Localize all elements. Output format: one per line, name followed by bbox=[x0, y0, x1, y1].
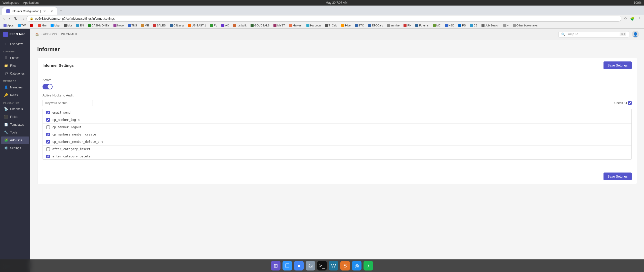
bookmark-item[interactable]: CB bbox=[468, 23, 479, 27]
bookmark-item[interactable]: Job Search bbox=[480, 23, 501, 27]
sidebar-item-fields[interactable]: ⬛ Fields bbox=[1, 113, 29, 120]
sidebar-item-members[interactable]: 👤 Members bbox=[1, 84, 29, 91]
applications-menu[interactable]: Applications bbox=[23, 1, 39, 5]
bookmark-item[interactable]: ETC bbox=[353, 23, 366, 27]
sidebar-item-roles[interactable]: 🔑 Roles bbox=[1, 91, 29, 99]
check-all-checkbox[interactable] bbox=[628, 101, 632, 105]
hook-checkbox[interactable] bbox=[46, 147, 50, 151]
bookmark-label: Harpoon bbox=[310, 24, 321, 27]
sidebar-item-label: Roles bbox=[10, 93, 18, 97]
bookmark-item[interactable]: Harpoon bbox=[305, 23, 322, 27]
sidebar-item-tools[interactable]: 🔧 Tools bbox=[1, 129, 29, 136]
bookmark-item[interactable]: ETCCalc bbox=[367, 23, 384, 27]
bookmark-item[interactable]: EN bbox=[75, 23, 85, 27]
bookmark-item[interactable]: SALES bbox=[151, 23, 167, 27]
bookmark-item[interactable]: ME bbox=[140, 23, 151, 27]
bookmark-item[interactable]: Gm bbox=[37, 23, 48, 27]
sidebar-item-addons[interactable]: 🧩 Add-Ons bbox=[1, 137, 29, 144]
save-settings-button-bottom[interactable]: Save Settings bbox=[603, 173, 632, 180]
bookmark-item[interactable]: Hive bbox=[340, 23, 352, 27]
bookmark-item[interactable]: TNS bbox=[126, 23, 139, 27]
sidebar-item-overview[interactable]: ⊞ Overview bbox=[1, 40, 29, 48]
hook-item: cp_members_member_create bbox=[43, 131, 631, 138]
menu-button[interactable]: ⋮ bbox=[636, 16, 642, 21]
sidebar-item-templates[interactable]: 📄 Templates bbox=[1, 121, 29, 128]
new-tab-button[interactable]: + bbox=[58, 8, 64, 14]
bookmark-item[interactable]: T_Calc bbox=[323, 23, 339, 27]
bookmark-item[interactable]: MC bbox=[431, 23, 442, 27]
forward-button[interactable]: › bbox=[7, 16, 11, 21]
workspaces-menu[interactable]: Workspaces bbox=[3, 1, 19, 5]
home-button[interactable]: ⌂ bbox=[20, 16, 25, 21]
bookmark-item[interactable]: Forums bbox=[414, 23, 430, 27]
sidebar-item-categories[interactable]: 🏷 Categories bbox=[1, 70, 29, 77]
bookmark-item[interactable]: rustbuilt bbox=[231, 23, 248, 27]
bookmark-favicon bbox=[221, 24, 224, 27]
save-settings-button-top[interactable]: Save Settings bbox=[603, 61, 632, 69]
sidebar-item-channels[interactable]: 📡 Channels bbox=[1, 105, 29, 113]
main-content: 🏠 › ADD-ONS › INFORMER 🔍 ⌘J 👤 Informer bbox=[30, 29, 644, 272]
bookmark-item[interactable]: archive bbox=[385, 23, 401, 27]
grid-app[interactable]: ⊞ bbox=[271, 261, 280, 270]
hook-checkbox[interactable] bbox=[46, 118, 50, 122]
jump-to-bar[interactable]: 🔍 ⌘J bbox=[558, 31, 629, 38]
bookmark-item[interactable]: CASHMONEY bbox=[86, 23, 111, 27]
user-avatar[interactable]: 👤 bbox=[632, 31, 639, 38]
hook-checkbox[interactable] bbox=[46, 125, 50, 129]
hook-checkbox[interactable] bbox=[46, 140, 50, 144]
settings-card-title: Informer Settings bbox=[43, 63, 74, 67]
sidebar-item-label: Overview bbox=[10, 42, 23, 46]
sidebar-item-entries[interactable]: ☰ Entries bbox=[1, 54, 29, 61]
bookmark-item[interactable]: H&D bbox=[443, 23, 456, 27]
bookmark-item[interactable]: FV bbox=[209, 23, 219, 27]
bookmark-item[interactable]: GOVDEALS bbox=[249, 23, 271, 27]
files-manager[interactable]: 🗂 bbox=[306, 261, 315, 270]
bookmark-item[interactable]: I bbox=[28, 23, 36, 27]
bookmark-item[interactable]: » bbox=[502, 23, 510, 27]
bookmark-item[interactable]: AC bbox=[220, 23, 230, 27]
bookmark-item[interactable]: Msg bbox=[49, 23, 61, 27]
toggle-knob bbox=[48, 84, 52, 89]
sidebar-item-files[interactable]: 📁 Files bbox=[1, 62, 29, 69]
breadcrumb-home-icon[interactable]: 🏠 bbox=[35, 32, 39, 36]
bookmark-favicon bbox=[113, 24, 116, 27]
bookmark-item[interactable]: TW bbox=[16, 23, 27, 27]
sidebar-item-settings[interactable]: ⚙️ Settings bbox=[1, 144, 29, 152]
extensions-button[interactable]: 🧩 bbox=[629, 16, 635, 21]
sidebar-item-label: Categories bbox=[10, 72, 25, 75]
active-toggle[interactable] bbox=[43, 84, 53, 89]
bookmark-item[interactable]: MYST bbox=[272, 23, 287, 27]
wordpress[interactable]: W bbox=[329, 261, 338, 270]
back-button[interactable]: ‹ bbox=[2, 16, 6, 21]
sidebar-logo: EE6.3 Test bbox=[0, 29, 30, 40]
tab-close-button[interactable]: × bbox=[51, 9, 53, 13]
bookmark-item[interactable]: C9Lemp bbox=[168, 23, 186, 27]
star-button[interactable]: ☆ bbox=[623, 16, 628, 21]
reload-button[interactable]: ↻ bbox=[13, 16, 19, 22]
keyword-search-input[interactable] bbox=[43, 100, 93, 106]
bookmark-item[interactable]: Other bookmarks bbox=[511, 23, 539, 27]
spotify[interactable]: ♪ bbox=[364, 261, 373, 270]
sourcetree[interactable]: ◎ bbox=[352, 261, 361, 270]
hook-checkbox[interactable] bbox=[46, 133, 50, 136]
jump-to-input[interactable] bbox=[567, 32, 618, 36]
terminal[interactable]: >_ bbox=[317, 261, 327, 270]
bookmark-item[interactable]: Mgr bbox=[62, 23, 74, 27]
system-bar: Workspaces Applications May 30 7:07 AM 1… bbox=[0, 0, 644, 6]
bookmark-item[interactable]: PS bbox=[457, 23, 467, 27]
bookmark-favicon bbox=[289, 24, 292, 27]
bookmark-item[interactable]: Novo bbox=[112, 23, 125, 27]
bookmark-item[interactable]: Apps bbox=[2, 23, 15, 27]
hook-checkbox[interactable] bbox=[46, 111, 50, 114]
hook-checkbox[interactable] bbox=[46, 155, 50, 158]
breadcrumb-addons-link[interactable]: ADD-ONS bbox=[43, 32, 57, 36]
sublime-text[interactable]: S bbox=[340, 261, 350, 270]
bookmark-item[interactable]: US-EAST-1 bbox=[186, 23, 208, 27]
active-tab[interactable]: Informer Configuration | Exp... × bbox=[2, 7, 57, 15]
chrome-browser[interactable]: ● bbox=[294, 261, 304, 270]
address-bar[interactable]: 🔒 ee6v3.test/admin.php?/cp/addons/settin… bbox=[26, 16, 621, 22]
sidebar-item-label: Members bbox=[10, 86, 23, 89]
bookmark-item[interactable]: Harvest bbox=[288, 23, 304, 27]
window-manager[interactable]: ❒ bbox=[283, 261, 292, 270]
bookmark-item[interactable]: RH bbox=[402, 23, 413, 27]
